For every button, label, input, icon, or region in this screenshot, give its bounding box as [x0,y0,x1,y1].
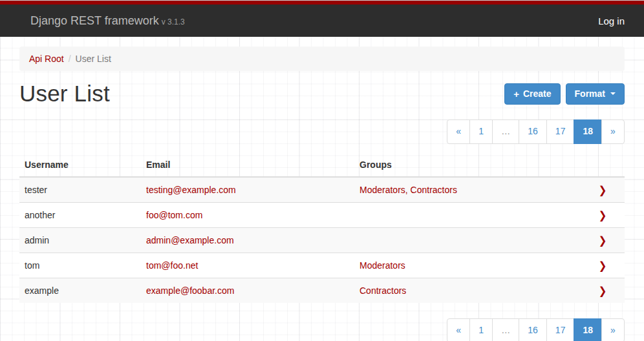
breadcrumb-api-root[interactable]: Api Root [29,54,64,64]
format-dropdown-button[interactable]: Format [566,83,625,105]
groups-cell [354,227,581,253]
email-link[interactable]: testing@example.com [146,185,236,195]
username-cell: admin [19,227,141,253]
breadcrumb-separator: / [69,54,71,64]
table-row: tester testing@example.com Moderators, C… [19,177,625,203]
chevron-right-icon[interactable]: ❯ [599,209,607,222]
username-cell: another [19,202,141,227]
plus-icon: + [513,89,519,99]
groups-link[interactable]: Contractors [360,285,406,296]
groups-cell: Moderators [354,253,581,278]
pagination-prev[interactable]: « [447,119,470,144]
username-cell: tester [19,177,141,203]
detail-cell: ❯ [581,177,625,203]
pagination-page-18-active[interactable]: 18 [574,318,602,341]
table-header-row: Username Email Groups [19,153,625,177]
pagination-page-17[interactable]: 17 [547,318,575,341]
pagination-page-16[interactable]: 16 [519,119,547,144]
table-row: admin admin@example.com ❯ [19,227,625,253]
format-button-label: Format [575,89,605,98]
table-row: another foo@tom.com ❯ [19,202,625,227]
email-cell: foo@tom.com [141,202,354,227]
pagination-page-17[interactable]: 17 [547,119,575,144]
email-link[interactable]: tom@foo.net [146,260,198,271]
chevron-right-icon[interactable]: ❯ [599,284,607,297]
groups-cell [354,202,581,227]
groups-link[interactable]: Moderators [360,260,405,271]
email-cell: example@foobar.com [141,278,354,303]
breadcrumb-current: User List [76,54,111,64]
pagination-ellipsis: … [493,119,519,144]
toolbar: + Create Format [504,83,625,105]
version-label: v 3.1.3 [162,17,185,26]
pagination-next[interactable]: » [602,119,625,144]
email-link[interactable]: example@foobar.com [146,285,234,296]
groups-cell: Moderators, Contractors [354,177,581,203]
user-table: Username Email Groups tester testing@exa… [19,153,625,303]
pagination-ellipsis: … [493,318,519,341]
detail-cell: ❯ [581,253,625,278]
email-link[interactable]: foo@tom.com [146,210,202,220]
email-cell: testing@example.com [141,177,354,203]
email-link[interactable]: admin@example.com [146,235,234,245]
brand-text: Django REST framework [30,14,159,27]
table-row: example example@foobar.com Contractors ❯ [19,278,625,303]
column-header-detail [581,153,625,177]
chevron-right-icon[interactable]: ❯ [599,259,607,272]
navbar-brand[interactable]: Django REST frameworkv 3.1.3 [30,14,185,28]
pagination-next[interactable]: » [602,318,625,341]
column-header-email: Email [141,153,354,177]
groups-cell: Contractors [354,278,581,303]
pagination-page-18-active[interactable]: 18 [574,119,602,144]
groups-link[interactable]: Moderators, Contractors [360,185,457,195]
page-title: User List [19,81,110,107]
pagination-page-1[interactable]: 1 [470,119,493,144]
breadcrumb: Api Root / User List [19,46,625,71]
email-cell: admin@example.com [141,227,354,253]
pagination-prev[interactable]: « [447,318,470,341]
create-button[interactable]: + Create [504,83,560,105]
navbar: Django REST frameworkv 3.1.3 Log in [0,5,644,37]
column-header-groups: Groups [354,153,581,177]
pagination-page-16[interactable]: 16 [519,318,547,341]
username-cell: example [19,278,141,303]
caret-down-icon [610,92,616,95]
title-row: User List + Create Format [19,79,625,108]
pagination-page-1[interactable]: 1 [470,318,493,341]
detail-cell: ❯ [581,227,625,253]
username-cell: tom [19,253,141,278]
email-cell: tom@foo.net [141,253,354,278]
chevron-right-icon[interactable]: ❯ [599,183,607,196]
column-header-username: Username [19,153,141,177]
detail-cell: ❯ [581,278,625,303]
chevron-right-icon[interactable]: ❯ [599,234,607,247]
create-button-label: Create [523,89,552,98]
pagination-bottom: « 1 … 16 17 18 » [19,318,625,341]
detail-cell: ❯ [581,202,625,227]
table-row: tom tom@foo.net Moderators ❯ [19,253,625,278]
login-link[interactable]: Log in [598,16,625,26]
pagination-top: « 1 … 16 17 18 » [19,119,625,144]
